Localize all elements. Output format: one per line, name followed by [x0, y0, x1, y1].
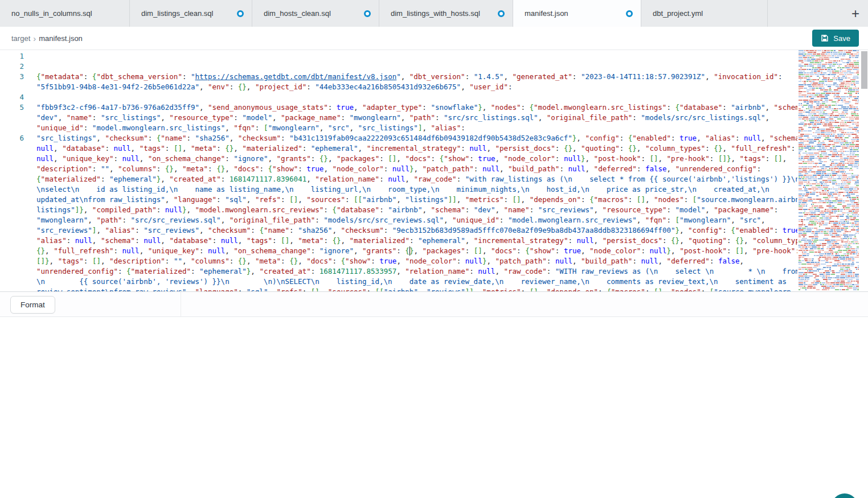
code-line-text — [24, 92, 797, 102]
unsaved-changes-icon[interactable] — [364, 10, 371, 17]
tab-label: manifest.json — [525, 9, 568, 18]
line-number — [0, 256, 24, 266]
results-panel — [0, 317, 868, 498]
line-number: 6 — [0, 133, 24, 143]
code-line: \n {{ source('airbnb', 'reviews') }}\n \… — [0, 277, 797, 287]
code-line-text: "unique_id": "model.mwonglearn.src_listi… — [24, 123, 797, 133]
line-number — [0, 277, 24, 287]
new-tab-button[interactable]: + — [843, 0, 868, 27]
code-line-text: {"metadata": {"dbt_schema_version": "htt… — [24, 72, 797, 82]
code-line-text: []}, "tags": [], "description": "", "col… — [24, 256, 797, 266]
code-line: "description": "", "columns": {}, "meta"… — [0, 164, 797, 174]
code-line-text: null, "database": null, "tags": [], "met… — [24, 143, 797, 154]
code-line-text: \nselect\n id as listing_id,\n name as l… — [24, 184, 797, 195]
plus-icon: + — [851, 6, 859, 22]
code-line-text: review_sentiment\nfrom raw_reviews", "la… — [24, 287, 797, 291]
code-area[interactable]: 123{"metadata": {"dbt_schema_version": "… — [0, 51, 797, 291]
code-line: "unique_id": "model.mwonglearn.src_listi… — [0, 123, 797, 133]
code-line-text: {"materialized": "ephemeral"}, "created_… — [24, 174, 797, 184]
line-number — [0, 82, 24, 92]
editor-tab[interactable]: no_nulls_in_columns.sql — [0, 0, 130, 27]
code-line: updated_at\nfrom raw_listings", "languag… — [0, 195, 797, 205]
code-line: {"materialized": "ephemeral"}, "created_… — [0, 174, 797, 184]
code-line: "mwonglearn", "path": "src/src_reviews.s… — [0, 215, 797, 225]
line-number: 5 — [0, 102, 24, 113]
code-editor[interactable]: 123{"metadata": {"dbt_schema_version": "… — [0, 50, 868, 291]
tab-label: dim_listings_with_hosts.sql — [391, 9, 480, 18]
line-number — [0, 123, 24, 133]
tab-label: dim_hosts_clean.sql — [264, 9, 331, 18]
line-number — [0, 164, 24, 174]
line-number — [0, 236, 24, 246]
unsaved-changes-icon[interactable] — [498, 10, 505, 17]
floppy-icon — [821, 34, 829, 42]
text-cursor — [410, 246, 411, 256]
line-number: 4 — [0, 92, 24, 102]
line-number — [0, 205, 24, 215]
code-line: 4 — [0, 92, 797, 102]
code-line-text: "unrendered_config": {"materialized": "e… — [24, 266, 797, 277]
code-line-text: "description": "", "columns": {}, "meta"… — [24, 164, 797, 174]
line-number — [0, 195, 24, 205]
unsaved-changes-icon[interactable] — [237, 10, 244, 17]
scrollbar-thumb[interactable] — [861, 51, 867, 89]
code-line-text: {}, "full_refresh": null, "unique_key": … — [24, 246, 797, 256]
code-line-text: "5f51bb91-94b8-4e31-94f2-26b5e061d22a", … — [24, 82, 797, 92]
code-line: "dev", "name": "src_listings", "resource… — [0, 113, 797, 123]
line-number — [0, 184, 24, 195]
minimap[interactable] — [797, 50, 861, 291]
tab-bar-spacer — [768, 0, 843, 27]
line-number — [0, 174, 24, 184]
code-line-text: "src_listings", "checksum": {"name": "sh… — [24, 133, 797, 143]
code-line: 6"src_listings", "checksum": {"name": "s… — [0, 133, 797, 143]
line-number — [0, 113, 24, 123]
code-line-text: "mwonglearn", "path": "src/src_reviews.s… — [24, 215, 797, 225]
line-number — [0, 143, 24, 154]
code-line-text: null, "unique_key": null, "on_schema_cha… — [24, 154, 797, 164]
save-button[interactable]: Save — [812, 30, 859, 47]
unsaved-changes-icon[interactable] — [626, 10, 633, 17]
code-line: null, "unique_key": null, "on_schema_cha… — [0, 154, 797, 164]
format-button[interactable]: Format — [10, 296, 55, 314]
line-number: 2 — [0, 61, 24, 72]
line-number — [0, 225, 24, 236]
editor-toolbar: Format — [0, 291, 868, 317]
code-line: "unrendered_config": {"materialized": "e… — [0, 266, 797, 277]
code-line: \nselect\n id as listing_id,\n name as l… — [0, 184, 797, 195]
tab-label: dbt_project.yml — [653, 9, 703, 18]
breadcrumb-file[interactable]: manifest.json — [39, 34, 83, 43]
line-number — [0, 266, 24, 277]
code-line-text: "dev", "name": "src_listings", "resource… — [24, 113, 797, 123]
tab-label: dim_listings_clean.sql — [141, 9, 213, 18]
code-line: null, "database": null, "tags": [], "met… — [0, 143, 797, 154]
line-number: 1 — [0, 51, 24, 61]
editor-tab[interactable]: dbt_project.yml — [641, 0, 768, 27]
tab-bar: no_nulls_in_columns.sqldim_listings_clea… — [0, 0, 868, 27]
code-line: []}, "tags": [], "description": "", "col… — [0, 256, 797, 266]
code-line: review_sentiment\nfrom raw_reviews", "la… — [0, 287, 797, 291]
editor-tab[interactable]: dim_listings_clean.sql — [130, 0, 252, 27]
editor-tab[interactable]: manifest.json — [513, 0, 641, 27]
line-number — [0, 154, 24, 164]
ide-window: no_nulls_in_columns.sqldim_listings_clea… — [0, 0, 868, 498]
code-line: "5f51bb91-94b8-4e31-94f2-26b5e061d22a", … — [0, 82, 797, 92]
code-line-text — [24, 51, 797, 61]
code-line-text: "src_reviews"], "alias": "src_reviews", … — [24, 225, 797, 236]
chevron-right-icon: › — [33, 34, 36, 43]
code-line: 1 — [0, 51, 797, 61]
editor-tab[interactable]: dim_listings_with_hosts.sql — [379, 0, 513, 27]
line-number — [0, 215, 24, 225]
code-line-text: \n {{ source('airbnb', 'reviews') }}\n \… — [24, 277, 797, 287]
code-line: 2 — [0, 61, 797, 72]
code-line: 5"fbb9f3c2-cf96-4a17-b736-976a62d35ff9",… — [0, 102, 797, 113]
tab-label: no_nulls_in_columns.sql — [11, 9, 92, 18]
code-line: {}, "full_refresh": null, "unique_key": … — [0, 246, 797, 256]
code-line: "alias": null, "schema": null, "database… — [0, 236, 797, 246]
toolbar-divider — [181, 292, 181, 316]
editor-tab[interactable]: dim_hosts_clean.sql — [252, 0, 379, 27]
code-line-text: "alias": null, "schema": null, "database… — [24, 236, 797, 246]
line-number — [0, 287, 24, 291]
code-line: "src_reviews"], "alias": "src_reviews", … — [0, 225, 797, 236]
breadcrumb-folder[interactable]: target — [11, 34, 30, 43]
breadcrumb-bar: target › manifest.json Save — [0, 27, 868, 50]
